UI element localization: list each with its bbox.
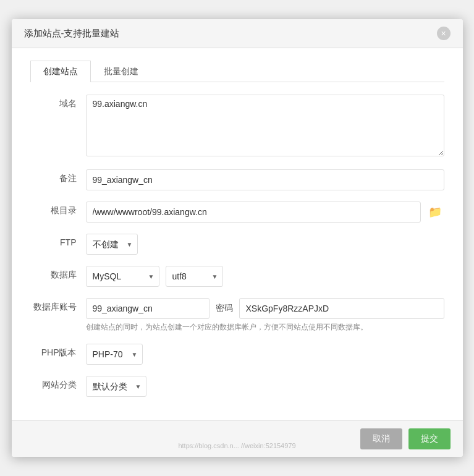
dialog-footer: 取消 提交: [12, 420, 463, 457]
remark-input[interactable]: [86, 169, 444, 190]
watermark: https://blog.csdn.n... //weixin:52154979: [178, 442, 295, 449]
db-control: MySQL PostgreSQL SQLite utf8 utf8mb4 gbk: [86, 266, 444, 287]
db-password-input[interactable]: [239, 298, 444, 319]
ftp-select[interactable]: 不创建 创建: [86, 234, 138, 255]
rootdir-row: 根目录 📁: [30, 202, 444, 223]
site-category-label: 网站分类: [30, 376, 86, 391]
db-password-label: 密码: [216, 303, 233, 314]
site-category-row: 网站分类 默认分类 其他: [30, 376, 444, 397]
tab-batch-create[interactable]: 批量创建: [91, 61, 151, 82]
db-type-select-wrap: MySQL PostgreSQL SQLite: [86, 266, 159, 287]
dialog: 添加站点-支持批量建站 × 创建站点 批量创建 域名 99.axiangw.cn…: [12, 19, 463, 457]
ftp-select-wrap: 不创建 创建: [86, 234, 138, 255]
db-account-input[interactable]: [86, 298, 209, 319]
php-row: PHP版本 PHP-70 PHP-56 PHP-72 PHP-74: [30, 344, 444, 365]
rootdir-input[interactable]: [86, 202, 421, 223]
php-control: PHP-70 PHP-56 PHP-72 PHP-74: [86, 344, 444, 365]
dialog-title: 添加站点-支持批量建站: [24, 28, 120, 40]
site-category-select-wrap: 默认分类 其他: [86, 376, 146, 397]
php-label: PHP版本: [30, 344, 86, 359]
rootdir-control: 📁: [86, 202, 444, 223]
dialog-header: 添加站点-支持批量建站 ×: [12, 19, 463, 48]
php-select-wrap: PHP-70 PHP-56 PHP-72 PHP-74: [86, 344, 143, 365]
ftp-label: FTP: [30, 234, 86, 247]
db-type-select[interactable]: MySQL PostgreSQL SQLite: [86, 266, 159, 287]
remark-control: [86, 169, 444, 190]
db-row: 数据库 MySQL PostgreSQL SQLite utf8 utf8mb4…: [30, 266, 444, 287]
domain-input[interactable]: 99.axiangw.cn: [86, 95, 444, 156]
close-button[interactable]: ×: [437, 27, 451, 40]
site-category-control: 默认分类 其他: [86, 376, 444, 397]
db-account-label: 数据库账号: [30, 298, 86, 313]
submit-button[interactable]: 提交: [408, 428, 451, 449]
dialog-body: 创建站点 批量创建 域名 99.axiangw.cn 备注 根目录 📁: [12, 48, 463, 420]
db-encoding-select[interactable]: utf8 utf8mb4 gbk: [166, 266, 223, 287]
ftp-control: 不创建 创建: [86, 234, 444, 255]
remark-row: 备注: [30, 169, 444, 190]
db-hint: 创建站点的同时，为站点创建一个对应的数据库帐户，方便不同站点使用不同数据库。: [86, 322, 444, 333]
site-category-select[interactable]: 默认分类 其他: [86, 376, 146, 397]
php-select[interactable]: PHP-70 PHP-56 PHP-72 PHP-74: [86, 344, 143, 365]
tabs: 创建站点 批量创建: [30, 61, 444, 82]
domain-row: 域名 99.axiangw.cn: [30, 95, 444, 158]
cancel-button[interactable]: 取消: [360, 428, 402, 449]
domain-label: 域名: [30, 95, 86, 109]
rootdir-label: 根目录: [30, 202, 86, 216]
db-encoding-select-wrap: utf8 utf8mb4 gbk: [166, 266, 223, 287]
tab-create-site[interactable]: 创建站点: [30, 61, 91, 82]
db-account-control: 密码 创建站点的同时，为站点创建一个对应的数据库帐户，方便不同站点使用不同数据库…: [86, 298, 444, 333]
db-account-row: 数据库账号 密码 创建站点的同时，为站点创建一个对应的数据库帐户，方便不同站点使…: [30, 298, 444, 333]
domain-control: 99.axiangw.cn: [86, 95, 444, 158]
remark-label: 备注: [30, 169, 86, 184]
db-account-inner: 密码: [86, 298, 444, 319]
db-label: 数据库: [30, 266, 86, 281]
ftp-row: FTP 不创建 创建: [30, 234, 444, 255]
folder-browse-icon[interactable]: 📁: [426, 203, 444, 221]
